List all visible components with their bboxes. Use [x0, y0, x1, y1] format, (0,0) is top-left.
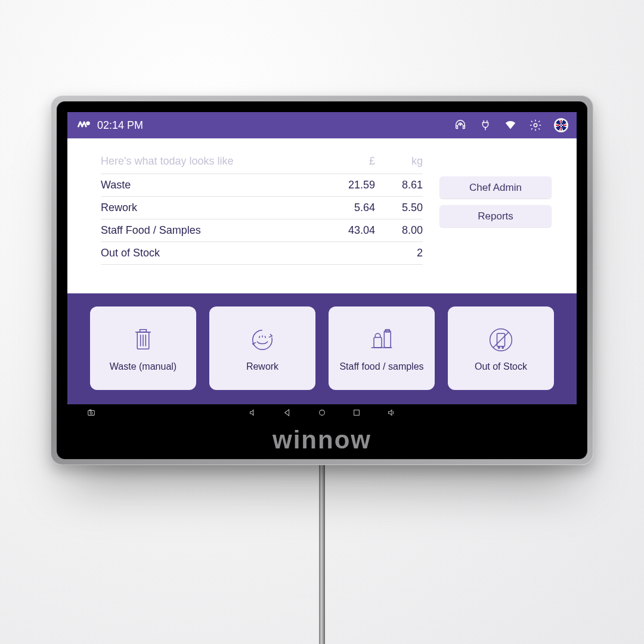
status-bar: 02:14 PM	[67, 112, 577, 138]
col-header-weight: kg	[375, 155, 423, 168]
rework-cycle-icon	[247, 324, 278, 355]
settings-gear-icon[interactable]	[529, 119, 542, 132]
tile-waste-manual[interactable]: Waste (manual)	[90, 306, 196, 390]
row-cost: 5.64	[327, 202, 375, 214]
tile-out-of-stock[interactable]: Out of Stock	[448, 306, 554, 390]
summary-header-row: Here's what today looks like £ kg	[101, 155, 423, 174]
svg-line-12	[265, 336, 265, 338]
uk-flag-icon[interactable]	[554, 118, 568, 132]
svg-point-9	[253, 330, 273, 350]
summary-heading: Here's what today looks like	[101, 155, 327, 168]
table-row: Waste 21.59 8.61	[101, 174, 423, 197]
svg-point-27	[320, 410, 325, 416]
svg-line-18	[493, 332, 509, 348]
svg-line-10	[259, 336, 260, 338]
row-label: Out of Stock	[101, 247, 327, 259]
table-row: Staff Food / Samples 43.04 8.00	[101, 219, 423, 242]
row-cost: 43.04	[327, 224, 375, 237]
row-label: Staff Food / Samples	[101, 224, 327, 237]
row-weight: 8.61	[375, 179, 423, 191]
svg-rect-28	[354, 410, 360, 416]
food-samples-icon	[366, 324, 397, 355]
back-icon[interactable]	[283, 408, 292, 417]
row-label: Rework	[101, 202, 327, 214]
side-buttons: Chef Admin Reports	[439, 155, 552, 293]
svg-rect-8	[140, 330, 147, 332]
row-weight: 2	[375, 247, 423, 259]
svg-point-1	[460, 124, 461, 125]
main-content: Here's what today looks like £ kg Waste …	[67, 138, 577, 293]
svg-point-2	[534, 123, 537, 127]
tablet-device: 02:14 PM Her	[51, 95, 593, 465]
screenshot-icon[interactable]	[87, 408, 95, 417]
volume-down-icon[interactable]	[249, 408, 257, 417]
svg-marker-29	[389, 410, 392, 416]
power-plug-icon	[479, 119, 492, 132]
svg-rect-15	[374, 338, 382, 348]
row-weight: 8.00	[375, 224, 423, 237]
brand-logo-icon	[76, 117, 91, 133]
tile-rework[interactable]: Rework	[209, 306, 315, 390]
volume-up-icon[interactable]	[387, 408, 395, 417]
svg-point-0	[86, 122, 90, 126]
reports-button[interactable]: Reports	[439, 205, 552, 228]
out-of-stock-icon	[485, 324, 516, 355]
trash-icon	[128, 324, 159, 355]
tile-label: Out of Stock	[475, 361, 527, 372]
support-headset-icon[interactable]	[454, 119, 467, 132]
tile-label: Waste (manual)	[110, 361, 177, 372]
row-label: Waste	[101, 179, 327, 191]
action-bar: Waste (manual) Rework Staff food / sampl…	[67, 293, 577, 404]
chef-admin-button[interactable]: Chef Admin	[439, 177, 552, 199]
svg-rect-13	[384, 331, 391, 348]
col-header-cost: £	[327, 155, 375, 168]
table-row: Rework 5.64 5.50	[101, 197, 423, 219]
device-brand-text: winnow	[273, 426, 371, 454]
screen: 02:14 PM Her	[67, 112, 577, 404]
android-nav-bar	[67, 404, 577, 421]
device-cable	[319, 459, 325, 644]
wifi-icon	[504, 119, 517, 132]
svg-point-21	[502, 347, 504, 349]
tile-label: Rework	[246, 361, 278, 372]
device-brand-strip: winnow	[57, 421, 587, 459]
summary-table: Here's what today looks like £ kg Waste …	[101, 155, 423, 293]
svg-marker-26	[285, 410, 289, 416]
tile-staff-food[interactable]: Staff food / samples	[329, 306, 435, 390]
row-weight: 5.50	[375, 202, 423, 214]
device-inner: 02:14 PM Her	[57, 101, 587, 459]
svg-point-20	[498, 347, 500, 349]
table-row: Out of Stock 2	[101, 242, 423, 265]
clock-text: 02:14 PM	[97, 119, 143, 132]
row-cost: 21.59	[327, 179, 375, 191]
svg-point-23	[90, 412, 92, 414]
svg-marker-25	[250, 410, 253, 416]
tile-label: Staff food / samples	[339, 361, 423, 372]
home-icon[interactable]	[318, 408, 326, 417]
svg-rect-22	[88, 411, 95, 416]
recents-icon[interactable]	[352, 408, 361, 417]
